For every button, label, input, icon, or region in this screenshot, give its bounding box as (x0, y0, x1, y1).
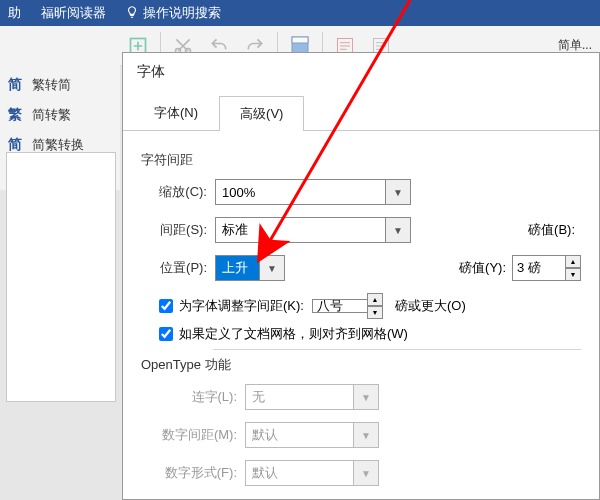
kerning-input[interactable] (312, 299, 368, 313)
ligature-combo: ▼ (245, 384, 379, 410)
position-pt-input[interactable] (512, 255, 566, 281)
scale-label: 缩放(C): (141, 183, 207, 201)
position-input[interactable] (215, 255, 259, 281)
ribbon-tab-foxit[interactable]: 福昕阅读器 (33, 0, 114, 26)
ribbon-tab-help[interactable]: 助 (0, 0, 29, 26)
sidebar-item-jian2fan[interactable]: 繁简转繁 (0, 100, 120, 130)
spin-down[interactable]: ▼ (565, 268, 581, 281)
ligature-input (245, 384, 353, 410)
ligature-label: 连字(L): (141, 388, 237, 406)
spin-up[interactable]: ▲ (565, 255, 581, 268)
scale-dropdown-button[interactable]: ▼ (385, 179, 411, 205)
kerning-label: 为字体调整字间距(K): (179, 297, 304, 315)
numform-dropdown-button: ▼ (353, 460, 379, 486)
document-area (6, 152, 116, 402)
spacing-pt-label: 磅值(B): (528, 221, 575, 239)
ribbon-tab-tellme[interactable]: 操作说明搜索 (117, 0, 229, 26)
position-pt-spinner[interactable]: ▲▼ (565, 255, 581, 281)
dialog-title: 字体 (123, 53, 599, 95)
numspace-label: 数字间距(M): (141, 426, 237, 444)
numform-input (245, 460, 353, 486)
grid-label: 如果定义了文档网格，则对齐到网格(W) (179, 325, 408, 343)
spin-down[interactable]: ▼ (367, 306, 383, 319)
lightbulb-icon (125, 5, 139, 19)
tab-advanced[interactable]: 高级(V) (219, 96, 304, 131)
svg-rect-4 (292, 37, 308, 43)
spacing-dropdown-button[interactable]: ▼ (385, 217, 411, 243)
font-dialog: 字体 字体(N) 高级(V) 字符间距 缩放(C): ▼ 间距(S): ▼ 磅值… (122, 52, 600, 500)
tab-font[interactable]: 字体(N) (133, 95, 219, 130)
kerning-checkbox[interactable] (159, 299, 173, 313)
position-pt-label: 磅值(Y): (459, 259, 506, 277)
ribbon: 助 福昕阅读器 操作说明搜索 (0, 0, 600, 26)
section-char-spacing: 字符间距 (141, 151, 581, 169)
kerning-spinner[interactable]: ▲▼ (367, 293, 383, 319)
ligature-dropdown-button: ▼ (353, 384, 379, 410)
dialog-tabs: 字体(N) 高级(V) (123, 95, 599, 131)
spacing-combo[interactable]: ▼ (215, 217, 411, 243)
scale-input[interactable] (215, 179, 385, 205)
kerning-suffix: 磅或更大(O) (395, 297, 466, 315)
scale-combo[interactable]: ▼ (215, 179, 411, 205)
position-combo[interactable]: ▼ (215, 255, 285, 281)
spacing-input[interactable] (215, 217, 385, 243)
numspace-combo: ▼ (245, 422, 379, 448)
divider (213, 349, 581, 350)
numspace-dropdown-button: ▼ (353, 422, 379, 448)
position-dropdown-button[interactable]: ▼ (259, 255, 285, 281)
dialog-panel: 字符间距 缩放(C): ▼ 间距(S): ▼ 磅值(B): 位置(P): ▼ 磅… (123, 131, 599, 500)
numform-combo: ▼ (245, 460, 379, 486)
position-label: 位置(P): (141, 259, 207, 277)
spacing-label: 间距(S): (141, 221, 207, 239)
grid-checkbox[interactable] (159, 327, 173, 341)
numspace-input (245, 422, 353, 448)
spin-up[interactable]: ▲ (367, 293, 383, 306)
section-opentype: OpenType 功能 (141, 356, 581, 374)
numform-label: 数字形式(F): (141, 464, 237, 482)
sidebar-item-fan2jian[interactable]: 简繁转简 (0, 70, 120, 100)
